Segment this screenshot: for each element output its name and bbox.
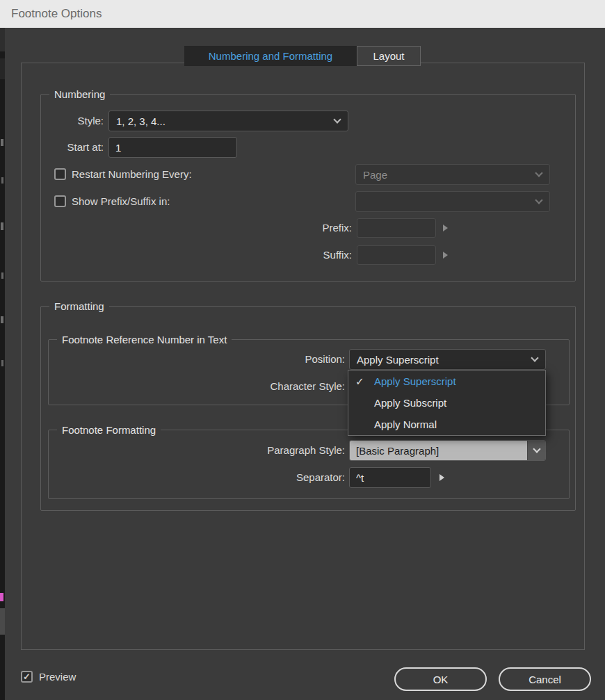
- show-prefix-suffix-checkbox[interactable]: [54, 195, 66, 207]
- prefix-flyout-arrow-icon: [443, 225, 448, 231]
- position-dropdown-menu: ✓ Apply Superscript Apply Subscript Appl…: [348, 370, 546, 436]
- cancel-button[interactable]: Cancel: [499, 667, 591, 691]
- menu-item-label: Apply Normal: [374, 418, 437, 430]
- start-at-input[interactable]: [108, 137, 237, 158]
- numbering-group: Numbering Style: 1, 2, 3, 4... Start at:…: [40, 94, 576, 282]
- background-fragment: [1, 316, 3, 323]
- checkmark-icon: ✓: [23, 672, 31, 681]
- preview-label: Preview: [39, 667, 76, 687]
- chevron-down-icon: [531, 354, 538, 361]
- tab-layout[interactable]: Layout: [357, 46, 421, 66]
- background-fragment: [0, 28, 5, 51]
- style-dropdown[interactable]: 1, 2, 3, 4...: [108, 111, 348, 131]
- prefix-label: Prefix:: [271, 218, 352, 238]
- separator-input[interactable]: [349, 467, 431, 488]
- style-label: Style:: [48, 111, 104, 131]
- menu-item-apply-superscript[interactable]: ✓ Apply Superscript: [348, 371, 545, 392]
- position-label: Position:: [216, 349, 345, 370]
- menu-item-label: Apply Superscript: [374, 375, 456, 387]
- separator-label: Separator:: [206, 467, 345, 488]
- dialog-titlebar[interactable]: Footnote Options: [0, 0, 605, 28]
- paragraph-style-dropdown-button[interactable]: [527, 441, 545, 460]
- tab-numbering-and-formatting[interactable]: Numbering and Formatting: [184, 46, 357, 66]
- footnote-formatting-group-legend: Footnote Formatting: [57, 423, 161, 437]
- chevron-down-icon: [535, 196, 542, 204]
- footnote-options-dialog: Footnote Options Numbering and Formattin…: [0, 0, 605, 700]
- separator-flyout-arrow-icon[interactable]: [439, 474, 444, 481]
- restart-every-dropdown: Page: [355, 164, 550, 185]
- character-style-label: Character Style:: [202, 377, 345, 396]
- restart-numbering-checkbox[interactable]: [54, 168, 66, 180]
- background-fragment: [1, 222, 3, 230]
- position-dropdown-value: Apply Superscript: [357, 354, 439, 366]
- dialog-title: Footnote Options: [11, 7, 102, 21]
- menu-item-apply-subscript[interactable]: Apply Subscript: [348, 392, 545, 414]
- chevron-down-icon: [333, 115, 341, 123]
- position-dropdown[interactable]: Apply Superscript: [349, 349, 546, 370]
- formatting-group-legend: Formatting: [49, 300, 109, 313]
- prefix-input: [357, 218, 436, 238]
- paragraph-style-dropdown-value: [Basic Paragraph]: [350, 441, 527, 460]
- footnote-formatting-group: Footnote Formatting Paragraph Style: [Ba…: [48, 430, 570, 499]
- background-fragment: [0, 58, 5, 79]
- restart-every-dropdown-value: Page: [363, 169, 387, 181]
- preview-checkbox[interactable]: ✓: [21, 671, 33, 683]
- start-at-label: Start at:: [48, 137, 104, 158]
- background-fragment: [0, 593, 3, 601]
- background-fragment: [1, 177, 3, 184]
- chevron-down-icon: [535, 169, 542, 177]
- suffix-input: [357, 245, 436, 265]
- show-prefix-suffix-dropdown: [355, 191, 550, 212]
- suffix-flyout-arrow-icon: [443, 252, 448, 259]
- paragraph-style-dropdown[interactable]: [Basic Paragraph]: [349, 440, 546, 461]
- background-fragment: [1, 272, 3, 279]
- paragraph-style-label: Paragraph Style:: [174, 440, 345, 461]
- background-document-strip: [0, 28, 5, 700]
- menu-item-label: Apply Subscript: [374, 397, 446, 409]
- menu-item-apply-normal[interactable]: Apply Normal: [348, 414, 545, 435]
- checkmark-icon: ✓: [355, 375, 364, 388]
- ok-button[interactable]: OK: [394, 667, 487, 691]
- background-fragment: [1, 139, 3, 146]
- chevron-down-icon: [533, 445, 540, 453]
- background-fragment: [0, 608, 5, 635]
- background-fragment: [1, 360, 3, 366]
- show-prefix-suffix-label: Show Prefix/Suffix in:: [72, 191, 170, 212]
- restart-numbering-label: Restart Numbering Every:: [72, 164, 192, 185]
- numbering-group-legend: Numbering: [49, 88, 110, 101]
- style-dropdown-value: 1, 2, 3, 4...: [116, 115, 166, 127]
- reference-number-group-legend: Footnote Reference Number in Text: [57, 333, 232, 346]
- suffix-label: Suffix:: [271, 245, 352, 265]
